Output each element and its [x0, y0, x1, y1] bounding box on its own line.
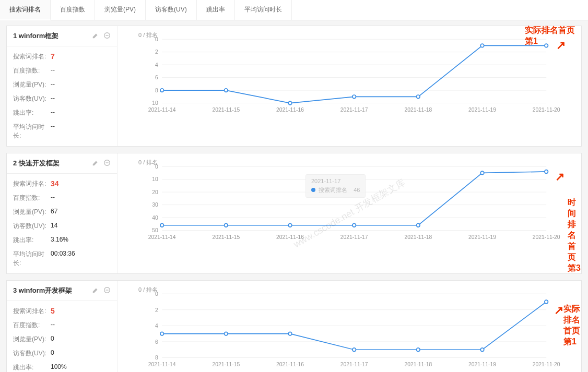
svg-text:2021-11-15: 2021-11-15 [212, 107, 240, 113]
svg-point-52 [480, 171, 484, 175]
line-chart: 010203040502021-11-142021-11-152021-11-1… [122, 160, 573, 243]
svg-point-76 [417, 348, 420, 352]
label-bounce: 跳出率: [13, 363, 51, 372]
keyword-panel: 1 winform框架 搜索词排名:7 百度指数:-- 浏览量(PV):-- 访… [6, 26, 582, 147]
svg-text:2021-11-17: 2021-11-17 [340, 234, 368, 240]
svg-point-77 [480, 348, 484, 352]
tab-duration[interactable]: 平均访问时长 [235, 0, 292, 20]
value-pv: -- [51, 80, 55, 89]
svg-text:2021-11-18: 2021-11-18 [404, 362, 432, 367]
svg-text:2021-11-16: 2021-11-16 [276, 234, 304, 240]
svg-point-24 [417, 95, 420, 99]
chart-area: 0 / 排名010203040502021-11-142021-11-15202… [117, 153, 581, 273]
label-pv: 浏览量(PV): [13, 208, 51, 217]
svg-point-72 [160, 332, 164, 335]
svg-text:50: 50 [152, 227, 158, 233]
svg-text:2021-11-17: 2021-11-17 [340, 362, 368, 367]
y-axis-label: 0 / 排名 [138, 159, 158, 166]
svg-point-74 [288, 332, 292, 335]
svg-text:4: 4 [155, 323, 158, 329]
svg-text:6: 6 [155, 75, 158, 80]
svg-point-50 [352, 223, 356, 227]
label-duration: 平均访问时长: [13, 250, 51, 268]
edit-icon[interactable] [90, 160, 99, 168]
label-baidu: 百度指数: [13, 66, 51, 75]
label-uv: 访客数(UV): [13, 222, 51, 231]
label-rank: 搜索词排名: [13, 179, 51, 188]
svg-text:6: 6 [155, 339, 158, 345]
svg-point-78 [545, 300, 548, 304]
arrow-icon: ↗ [555, 170, 565, 184]
delete-icon[interactable] [101, 33, 111, 41]
tab-baidu[interactable]: 百度指数 [51, 0, 95, 20]
delete-icon[interactable] [101, 160, 111, 168]
label-pv: 浏览量(PV): [13, 335, 51, 344]
svg-point-22 [288, 101, 292, 105]
svg-text:2: 2 [155, 49, 158, 55]
tabs: 搜索词排名百度指数浏览量(PV)访客数(UV)跳出率平均访问时长 [0, 0, 588, 20]
tab-uv[interactable]: 访客数(UV) [146, 0, 197, 20]
value-uv: -- [51, 94, 55, 103]
svg-point-73 [225, 332, 228, 335]
svg-text:2021-11-19: 2021-11-19 [468, 107, 496, 113]
stats-sidebar: 1 winform框架 搜索词排名:7 百度指数:-- 浏览量(PV):-- 访… [7, 26, 117, 146]
svg-point-20 [160, 89, 164, 92]
value-duration: -- [51, 123, 55, 140]
value-uv: 0 [51, 349, 54, 358]
svg-text:4: 4 [155, 62, 158, 68]
y-axis-label: 0 / 排名 [138, 286, 158, 294]
annotation-text: 时间排名首页第3 [568, 197, 581, 274]
value-pv: 0 [51, 335, 54, 344]
edit-icon[interactable] [90, 33, 99, 41]
label-rank: 搜索词排名: [13, 307, 51, 316]
svg-text:2021-11-19: 2021-11-19 [468, 362, 496, 367]
panels-container: 1 winform框架 搜索词排名:7 百度指数:-- 浏览量(PV):-- 访… [0, 20, 588, 372]
label-bounce: 跳出率: [13, 109, 51, 117]
edit-icon[interactable] [90, 287, 99, 295]
svg-text:8: 8 [155, 355, 158, 361]
line-chart: 02468102021-11-142021-11-152021-11-16202… [122, 32, 573, 116]
value-rank: 7 [51, 52, 55, 61]
annotation-text: 实际排名首页第1 [563, 304, 581, 347]
value-baidu: -- [51, 194, 55, 202]
svg-text:2021-11-20: 2021-11-20 [533, 362, 560, 367]
stats-sidebar: 2 快速开发框架 搜索词排名:34 百度指数:-- 浏览量(PV):67 访客数… [7, 153, 117, 273]
svg-text:2021-11-17: 2021-11-17 [340, 107, 368, 113]
value-baidu: -- [51, 66, 55, 75]
value-rank: 34 [51, 179, 59, 188]
svg-point-75 [352, 348, 356, 352]
svg-point-48 [225, 223, 228, 227]
value-bounce: 3.16% [51, 236, 68, 245]
svg-text:2021-11-20: 2021-11-20 [533, 107, 560, 113]
svg-text:2021-11-14: 2021-11-14 [148, 234, 176, 240]
svg-text:10: 10 [152, 100, 158, 106]
tab-bounce[interactable]: 跳出率 [197, 0, 235, 20]
svg-text:2021-11-20: 2021-11-20 [533, 234, 560, 240]
panel-title: 3 winform开发框架 [13, 286, 72, 295]
delete-icon[interactable] [101, 287, 111, 295]
svg-point-49 [288, 223, 292, 227]
svg-point-51 [417, 223, 420, 227]
svg-point-25 [480, 44, 484, 47]
svg-text:2021-11-18: 2021-11-18 [404, 234, 432, 240]
label-uv: 访客数(UV): [13, 349, 51, 358]
chart-area: 0 / 排名02468102021-11-142021-11-152021-11… [117, 26, 581, 146]
tab-pv[interactable]: 浏览量(PV) [95, 0, 146, 20]
svg-text:2021-11-14: 2021-11-14 [148, 107, 176, 113]
svg-text:2021-11-14: 2021-11-14 [148, 362, 176, 367]
svg-text:2021-11-15: 2021-11-15 [212, 234, 240, 240]
arrow-icon: ↗ [554, 304, 563, 317]
svg-point-23 [352, 95, 356, 99]
svg-point-47 [160, 223, 164, 227]
y-axis-label: 0 / 排名 [138, 31, 158, 39]
tab-rank[interactable]: 搜索词排名 [0, 0, 51, 20]
svg-text:2021-11-18: 2021-11-18 [404, 107, 432, 113]
keyword-panel: 3 winform开发框架 搜索词排名:5 百度指数:-- 浏览量(PV):0 … [6, 280, 582, 372]
value-rank: 5 [51, 307, 55, 316]
chart-area: 0 / 排名024682021-11-142021-11-152021-11-1… [117, 281, 581, 372]
label-uv: 访客数(UV): [13, 94, 51, 103]
label-duration: 平均访问时长: [13, 123, 51, 140]
chart-tooltip: 2021-11-17搜索词排名 46 [305, 174, 366, 198]
value-bounce: 100% [51, 363, 67, 372]
svg-text:8: 8 [155, 88, 158, 93]
